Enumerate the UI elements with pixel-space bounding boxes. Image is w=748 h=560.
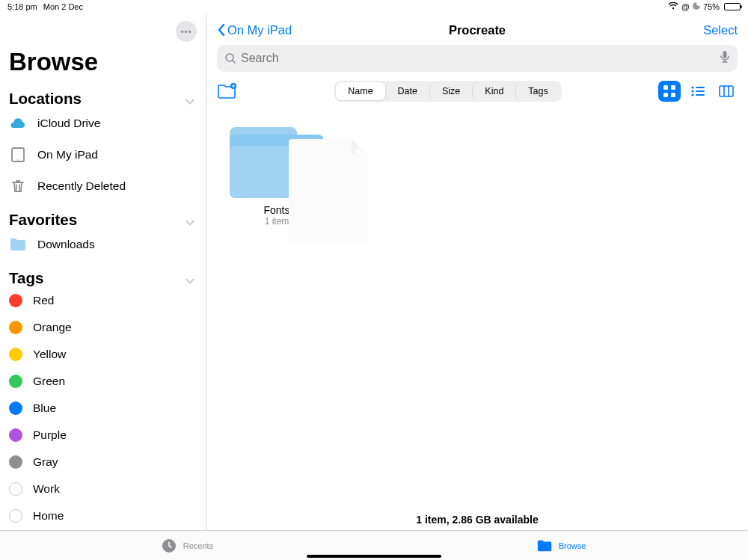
status-date: Mon 2 Dec	[43, 2, 83, 11]
tag-dot-icon	[9, 375, 22, 388]
sidebar-tag-orange[interactable]: Orange	[0, 314, 206, 341]
chevron-down-icon	[185, 272, 197, 284]
more-button[interactable]: •••	[176, 21, 197, 42]
clock-icon	[161, 538, 177, 554]
sort-kind[interactable]: Kind	[472, 82, 515, 100]
tag-dot-icon	[9, 428, 22, 442]
svg-rect-12	[696, 90, 705, 92]
sidebar-title: Browse	[0, 42, 206, 85]
sort-name[interactable]: Name	[336, 82, 384, 100]
tag-ring-icon	[9, 509, 22, 523]
tag-dot-icon	[9, 348, 22, 361]
search-input[interactable]	[217, 45, 738, 72]
sidebar-tag-gray[interactable]: Gray	[0, 449, 206, 476]
sidebar-tag-green[interactable]: Green	[0, 368, 206, 395]
locations-header[interactable]: Locations	[0, 85, 206, 108]
tag-label: Home	[33, 509, 64, 523]
cloud-icon	[9, 114, 27, 132]
wifi-icon	[668, 2, 678, 11]
svg-rect-5	[663, 85, 668, 90]
sort-date[interactable]: Date	[385, 82, 429, 100]
sidebar-item-label: iCloud Drive	[37, 117, 100, 130]
locations-heading: Locations	[9, 90, 82, 108]
status-time: 5:18 pm	[7, 2, 37, 11]
tag-label: Red	[33, 294, 54, 307]
tag-label: Purple	[33, 428, 67, 442]
tag-dot-icon	[9, 455, 22, 469]
status-bar: 5:18 pm Mon 2 Dec @ 75%	[0, 0, 748, 13]
tag-dot-icon	[9, 321, 22, 334]
sidebar-item-downloads[interactable]: Downloads	[0, 229, 206, 260]
sidebar-item-label: Downloads	[37, 238, 95, 251]
folder-icon	[536, 538, 553, 554]
sidebar-tag-red[interactable]: Red	[0, 287, 206, 314]
select-button[interactable]: Select	[703, 23, 738, 37]
svg-point-1	[17, 159, 19, 161]
sidebar-item-label: Recently Deleted	[37, 179, 126, 193]
tab-label: Recents	[183, 541, 213, 550]
ipad-icon	[9, 146, 27, 164]
folder-icon	[9, 236, 27, 253]
tag-ring-icon	[9, 482, 22, 496]
sort-segmented-control[interactable]: Name Date Size Kind Tags	[334, 81, 562, 102]
home-indicator[interactable]	[307, 555, 441, 558]
new-folder-button[interactable]	[217, 83, 238, 99]
svg-rect-8	[671, 93, 675, 97]
sidebar-item-recently-deleted[interactable]: Recently Deleted	[0, 170, 206, 202]
page-title: Procreate	[217, 23, 738, 37]
search-icon	[224, 52, 236, 64]
at-icon: @	[681, 2, 690, 11]
svg-rect-7	[663, 93, 668, 97]
tags-header[interactable]: Tags	[0, 265, 206, 287]
view-grid-button[interactable]	[658, 81, 681, 102]
sidebar-tag-blue[interactable]: Blue	[0, 395, 206, 422]
svg-rect-10	[696, 87, 705, 88]
battery-pct: 75%	[703, 2, 720, 11]
tag-label: Yellow	[33, 348, 66, 361]
svg-rect-3	[723, 51, 727, 58]
favorites-heading: Favorites	[9, 211, 77, 229]
tag-label: Orange	[33, 321, 72, 334]
svg-point-11	[691, 90, 693, 92]
tag-label: Green	[33, 375, 65, 388]
tag-label: Blue	[33, 401, 56, 415]
sidebar-item-label: On My iPad	[37, 148, 98, 161]
svg-point-13	[691, 93, 693, 96]
tag-dot-icon	[9, 401, 22, 415]
tag-label: Work	[33, 482, 60, 496]
tab-label: Browse	[559, 541, 586, 550]
view-columns-button[interactable]	[715, 81, 738, 102]
content-pane: On My iPad Procreate Select Name Date Si…	[206, 13, 748, 530]
search-field[interactable]	[241, 52, 730, 65]
tag-dot-icon	[9, 294, 22, 307]
tag-label: Gray	[33, 455, 58, 469]
dragged-file-preview[interactable]	[289, 139, 368, 244]
battery-icon	[724, 3, 741, 10]
sidebar-tag-yellow[interactable]: Yellow	[0, 341, 206, 368]
svg-rect-6	[671, 85, 675, 90]
chevron-down-icon	[185, 214, 197, 226]
favorites-header[interactable]: Favorites	[0, 206, 206, 229]
view-list-button[interactable]	[687, 81, 709, 102]
sidebar-tag-home[interactable]: Home	[0, 502, 206, 529]
sidebar-item-onmyipad[interactable]: On My iPad	[0, 139, 206, 170]
svg-rect-14	[696, 94, 705, 96]
trash-icon	[9, 177, 27, 195]
sidebar-tag-purple[interactable]: Purple	[0, 422, 206, 449]
sidebar-tag-work[interactable]: Work	[0, 476, 206, 502]
tags-heading: Tags	[9, 269, 43, 287]
sidebar-item-icloud[interactable]: iCloud Drive	[0, 108, 206, 139]
svg-point-9	[691, 86, 693, 88]
chevron-down-icon	[185, 93, 197, 105]
sort-tags[interactable]: Tags	[515, 82, 560, 100]
moon-icon	[693, 2, 700, 11]
svg-rect-15	[720, 86, 733, 96]
mic-icon[interactable]	[720, 50, 730, 67]
sidebar: ••• Browse Locations iCloud Drive On My …	[0, 13, 206, 530]
status-footer: 1 item, 2.86 GB available	[206, 506, 748, 530]
sort-size[interactable]: Size	[429, 82, 472, 100]
